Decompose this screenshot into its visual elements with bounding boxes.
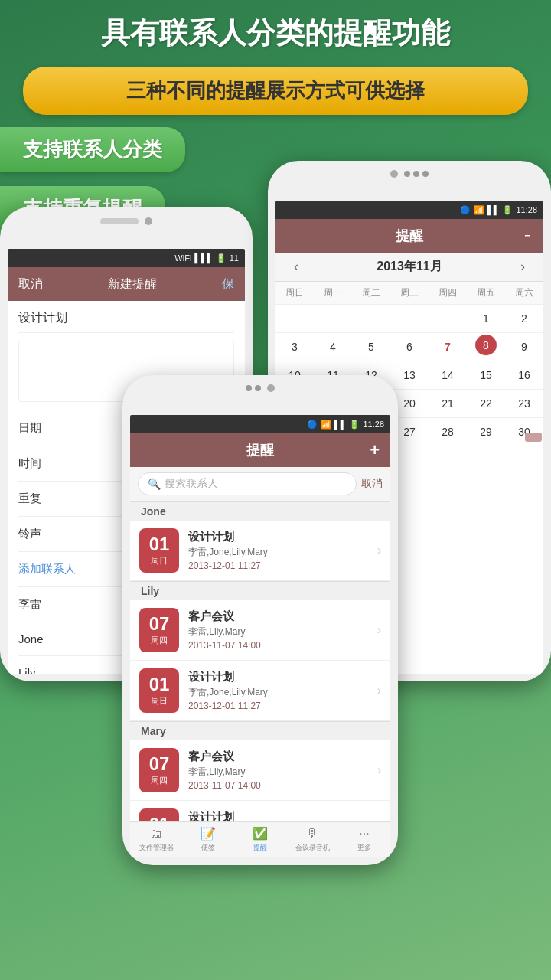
tab-recorder[interactable]: 🎙 会议录音机 <box>286 827 338 853</box>
chevron-right-icon: › <box>377 763 381 777</box>
day-name: 周日 <box>151 555 168 567</box>
reminder-info: 客户会议 李雷,Lily,Mary 2013-11-07 14:00 <box>188 609 368 651</box>
phones-area: WiFi ▌▌▌ 🔋 11 取消 新建提醒 保 设计计划 日期› 时间› <box>0 161 551 980</box>
cal-day-21[interactable]: 21 <box>429 390 467 418</box>
search-placeholder: 搜索联系人 <box>165 477 218 491</box>
cal-day-29[interactable]: 29 <box>467 418 505 446</box>
back-left-header: 取消 新建提醒 保 <box>8 267 245 301</box>
tab-reminder[interactable]: ✅ 提醒 <box>234 826 286 853</box>
camera-front <box>267 384 275 392</box>
cal-day[interactable] <box>314 305 352 333</box>
weekday-3: 周三 <box>390 282 429 305</box>
reminder-item-1-1[interactable]: 01 周日 设计计划 李雷,Jone,Lily,Mary 2013-12-01 … <box>130 661 390 721</box>
cal-day-6[interactable]: 6 <box>390 333 429 361</box>
front-app-header: 提醒 + <box>130 433 390 467</box>
reminder-title-field[interactable]: 设计计划 <box>18 310 234 333</box>
date-badge: 01 周日 <box>139 528 179 573</box>
chevron-right-icon: › <box>377 623 381 637</box>
search-contact-input[interactable]: 🔍 搜索联系人 <box>138 472 357 495</box>
cal-day-7[interactable]: 7 <box>429 333 467 361</box>
reminder-title: 设计计划 <box>188 670 368 684</box>
cal-menu-btn[interactable]: － <box>522 229 533 243</box>
page-title: 具有联系人分类的提醒功能 <box>0 0 551 60</box>
reminder-contacts: 李雷,Lily,Mary <box>188 626 368 639</box>
bottom-tabs: 🗂 文件管理器 📝 便签 ✅ 提醒 🎙 会议录音机 ··· 更多 <box>130 821 390 858</box>
calendar-header: 提醒 － <box>276 219 543 253</box>
cal-day-15[interactable]: 15 <box>467 361 505 390</box>
reminder-title: 客户会议 <box>188 609 368 624</box>
cal-day[interactable] <box>390 305 429 333</box>
search-cancel-btn[interactable]: 取消 <box>361 477 383 491</box>
cal-day-14[interactable]: 14 <box>429 361 467 390</box>
date-badge: 07 周四 <box>139 608 179 652</box>
cal-prev-btn[interactable]: ‹ <box>288 259 305 275</box>
dots-right <box>404 171 429 177</box>
add-reminder-btn[interactable]: + <box>370 440 380 460</box>
dots-front <box>246 385 261 391</box>
cal-month-title: 2013年11月 <box>377 259 442 275</box>
cal-day-1[interactable]: 1 <box>467 305 505 333</box>
reminder-contacts: 李雷,Lily,Mary <box>188 766 368 779</box>
reminder-item-2-0[interactable]: 07 周四 客户会议 李雷,Lily,Mary 2013-11-07 14:00… <box>130 740 390 801</box>
cal-day-28[interactable]: 28 <box>429 418 467 446</box>
notes-icon: 📝 <box>201 826 216 841</box>
cal-day-22[interactable]: 22 <box>467 390 505 418</box>
date-badge: 01 周日 <box>139 668 179 713</box>
tab-label-reminder: 提醒 <box>253 843 267 853</box>
time-front: 11:28 <box>363 420 384 429</box>
sidebar-calendar-label[interactable]: 日历 <box>525 433 542 442</box>
reminder-datetime: 2013-11-07 14:00 <box>188 780 368 791</box>
reminder-item-1-0[interactable]: 07 周四 客户会议 李雷,Lily,Mary 2013-11-07 14:00… <box>130 600 390 661</box>
reminder-item-0-0[interactable]: 01 周日 设计计划 李雷,Jone,Lily,Mary 2013-12-01 … <box>130 521 390 581</box>
signal-icon-r: ▌▌ <box>487 205 500 214</box>
cal-day-23[interactable]: 23 <box>505 390 543 418</box>
recorder-icon: 🎙 <box>306 827 318 841</box>
battery-icon-r: 🔋 <box>502 205 513 215</box>
reminder-datetime: 2013-12-01 11:27 <box>188 560 368 571</box>
search-bar: 🔍 搜索联系人 取消 <box>130 467 390 501</box>
tab-filemanager[interactable]: 🗂 文件管理器 <box>130 827 182 853</box>
reminder-datetime: 2013-11-07 14:00 <box>188 640 368 651</box>
day-num: 01 <box>149 675 170 694</box>
day-name: 周四 <box>151 635 168 646</box>
day-num: 01 <box>149 535 170 554</box>
cal-day-3[interactable]: 3 <box>276 333 314 361</box>
cal-day[interactable] <box>276 305 314 333</box>
chevron-right-icon: › <box>377 544 381 557</box>
reminder-info: 设计计划 李雷,Jone,Lily,Mary 2013-12-01 11:27 <box>188 530 368 571</box>
weekday-4: 周四 <box>429 282 467 305</box>
status-bar-right: 🔵 📶 ▌▌ 🔋 11:28 <box>276 201 543 219</box>
cal-next-btn[interactable]: › <box>514 259 531 275</box>
weekday-5: 周五 <box>467 282 505 305</box>
cal-day-9[interactable]: 9 <box>505 333 543 361</box>
more-icon: ··· <box>359 827 369 841</box>
wifi-icon: WiFi <box>174 253 191 263</box>
cal-day-2[interactable]: 2 <box>505 305 543 333</box>
battery-icon: 🔋 <box>216 253 227 263</box>
reminder-title: 客户会议 <box>188 750 368 764</box>
chevron-right-icon: › <box>377 684 381 697</box>
reminder-info: 客户会议 李雷,Lily,Mary 2013-11-07 14:00 <box>188 750 368 791</box>
tab-more[interactable]: ··· 更多 <box>338 827 390 853</box>
save-btn[interactable]: 保 <box>222 276 234 292</box>
day-num: 07 <box>149 755 170 773</box>
status-bar-left: WiFi ▌▌▌ 🔋 11 <box>8 249 245 267</box>
day-name: 周四 <box>151 775 168 786</box>
front-header-title: 提醒 <box>246 441 274 459</box>
cal-day-8-today[interactable]: 8 <box>475 335 497 356</box>
tab-label-more: 更多 <box>357 843 371 853</box>
reminder-datetime: 2013-12-01 11:27 <box>188 701 368 711</box>
cal-day[interactable] <box>429 305 467 333</box>
bt-front: 🔵 <box>307 420 318 430</box>
bt-icon: 🔵 <box>460 205 471 215</box>
status-time-right: 11:28 <box>516 205 537 214</box>
cal-day-4[interactable]: 4 <box>314 333 352 361</box>
cal-day-5[interactable]: 5 <box>352 333 390 361</box>
cal-day[interactable] <box>352 305 390 333</box>
tab-notes[interactable]: 📝 便签 <box>182 826 234 853</box>
cal-day-16[interactable]: 16 <box>505 361 543 390</box>
tab-label-notes: 便签 <box>201 843 215 853</box>
wifi-front: 📶 <box>321 420 331 430</box>
cancel-btn[interactable]: 取消 <box>18 276 43 292</box>
camera-right <box>390 170 398 178</box>
